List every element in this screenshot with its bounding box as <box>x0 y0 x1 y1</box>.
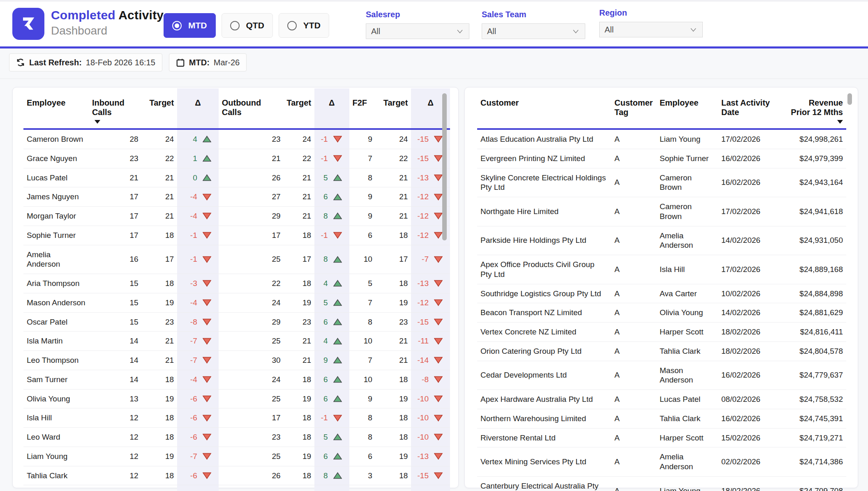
filter-dropdown-salesrep[interactable]: All <box>366 23 469 39</box>
cell-outbound-calls: 24 <box>219 293 284 312</box>
activity-row: Isla Martin1421-7252141021-11 <box>23 332 450 351</box>
cell-inbound-calls: 17 <box>89 226 142 245</box>
delta-value: -12 <box>418 231 429 240</box>
delta-value: -15 <box>418 154 429 164</box>
col-header-f2f[interactable]: F2F <box>349 88 376 129</box>
cell-f2f-target: 19 <box>376 389 411 408</box>
app-logo <box>12 8 44 40</box>
delta-value: -12 <box>418 192 429 202</box>
delta-value: -4 <box>190 375 197 385</box>
delta-cell: 6 <box>318 192 346 202</box>
cell-outbound-target: 17 <box>284 245 314 274</box>
cell-customer: Orion Catering Group Pty Ltd <box>477 341 611 361</box>
delta-up-icon <box>333 376 342 383</box>
delta-value: 8 <box>323 254 328 264</box>
cell-customer-tag: A <box>611 390 656 409</box>
col-header-customer[interactable]: Customer <box>477 88 611 129</box>
col-header-last-activity-date[interactable]: Last Activity Date <box>718 88 785 129</box>
filter-label: Sales Team <box>482 10 585 19</box>
col-header-inbound-calls[interactable]: Inbound Calls <box>89 88 142 129</box>
filter-dropdown-region[interactable]: All <box>599 22 703 37</box>
cell-inbound-target: 18 <box>142 428 178 447</box>
col-header-target[interactable]: Target <box>142 88 178 129</box>
cell-customer-tag: A <box>611 168 656 197</box>
col-header-customer-tag[interactable]: Customer Tag <box>611 88 656 129</box>
col-header-employee[interactable]: Employee <box>23 88 89 129</box>
cell-f2f-target: 21 <box>376 187 411 207</box>
cell-customer: Vertex Mining Services Pty Ltd <box>477 447 611 477</box>
delta-value: -4 <box>190 211 197 221</box>
cell-f2f-delta: -11 <box>411 332 450 351</box>
cell-f2f: 8 <box>349 312 376 332</box>
customer-row: Cedar Developments LtdAMason Anderson16/… <box>477 361 846 390</box>
cell-outbound-delta: 8 <box>314 466 349 485</box>
col-header-outbound-calls[interactable]: Outbound Calls <box>219 88 284 129</box>
cell-f2f: 6 <box>349 447 376 466</box>
delta-down-icon <box>203 415 211 422</box>
cell-inbound-target: 21 <box>142 168 178 187</box>
delta-value: -12 <box>418 298 429 308</box>
delta-cell: -1 <box>318 154 346 164</box>
filter-dropdown-sales-team[interactable]: All <box>482 23 585 39</box>
cell-employee: Amelia Anderson <box>656 226 718 255</box>
delta-cell: 8 <box>318 254 346 264</box>
customer-row: Parkside Hire Holdings Pty LtdAAmelia An… <box>477 226 846 255</box>
activity-row: Isla Hill1218-61718-1818-10 <box>23 408 450 428</box>
delta-down-icon <box>434 256 443 263</box>
cell-inbound-calls: 14 <box>89 332 142 351</box>
cell-employee: Grace Nguyen <box>23 149 89 168</box>
delta-cell: 4 <box>180 134 215 144</box>
customer-row: Vertex Concrete NZ LimitedAHarper Scott1… <box>477 323 846 342</box>
cell-last-activity-date: 18/02/2026 <box>718 341 785 361</box>
period-option-qtd[interactable]: QTD <box>222 13 273 38</box>
vertical-scrollbar-thumb[interactable] <box>847 93 852 105</box>
customer-row: Orion Catering Group Pty LtdATahlia Clar… <box>477 341 846 361</box>
cell-employee: Liam Young <box>23 447 89 466</box>
cell-employee: Sophie Turner <box>23 226 89 245</box>
cell-customer-tag: A <box>611 428 656 447</box>
delta-cell: 9 <box>318 355 346 365</box>
delta-down-icon <box>203 232 211 239</box>
delta-value: 4 <box>323 336 328 346</box>
col-header-employee[interactable]: Employee <box>656 88 718 129</box>
col-header-revenue-prior-12-mths[interactable]: Revenue Prior 12 Mths <box>785 88 846 129</box>
cell-revenue: $24,779,637 <box>785 361 846 390</box>
cell-inbound-target: 19 <box>142 293 178 312</box>
cell-outbound-target: 19 <box>284 293 314 312</box>
delta-cell: -10 <box>414 394 447 404</box>
col-header-delta-3[interactable]: Δ <box>177 88 219 129</box>
delta-value: 6 <box>323 452 328 461</box>
activity-row: Morgan Taylor1721-429218921-12 <box>23 207 450 226</box>
delta-up-icon <box>333 433 342 440</box>
last-refresh-pill: Last Refresh: 18-Feb 2026 16:15 <box>9 53 162 71</box>
activity-row: Grace Nguyen232212122-1722-15 <box>23 149 450 168</box>
cell-outbound-target: 18 <box>284 428 314 447</box>
activity-row: Liam Young1219-725196619-13 <box>23 447 450 466</box>
cell-inbound-calls: 12 <box>89 408 142 428</box>
delta-cell: 1 <box>180 154 215 164</box>
cell-inbound-target: 21 <box>142 187 178 207</box>
cell-f2f-delta: -13 <box>411 447 450 466</box>
customer-row: Skyline Concrete Electrical Holdings Pty… <box>477 168 846 197</box>
activity-row: Olivia Young1319-625196919-10 <box>23 389 450 408</box>
cell-inbound-calls: 12 <box>89 466 142 485</box>
cell-f2f-delta: -15 <box>411 312 450 332</box>
period-option-label: QTD <box>246 21 264 30</box>
vertical-scrollbar-thumb[interactable] <box>442 93 447 240</box>
delta-cell: 8 <box>318 471 346 481</box>
col-header-delta-6[interactable]: Δ <box>314 88 349 129</box>
delta-cell: -11 <box>414 336 447 346</box>
period-option-ytd[interactable]: YTD <box>279 13 329 38</box>
delta-down-icon <box>333 155 342 162</box>
delta-value: -13 <box>418 279 429 288</box>
cell-inbound-calls: 17 <box>89 207 142 226</box>
cell-employee: Cameron Brown <box>23 129 89 149</box>
col-header-target[interactable]: Target <box>284 88 314 129</box>
title-block: Completed Activity Dashboard <box>51 8 164 37</box>
period-option-mtd[interactable]: MTD <box>164 13 216 38</box>
delta-cell: 6 <box>318 317 346 327</box>
delta-cell: 4 <box>318 336 346 346</box>
cell-customer-tag: A <box>611 284 656 303</box>
cell-customer: Apex Office Products Civil Group Pty Ltd <box>477 255 611 284</box>
col-header-target[interactable]: Target <box>376 88 411 129</box>
